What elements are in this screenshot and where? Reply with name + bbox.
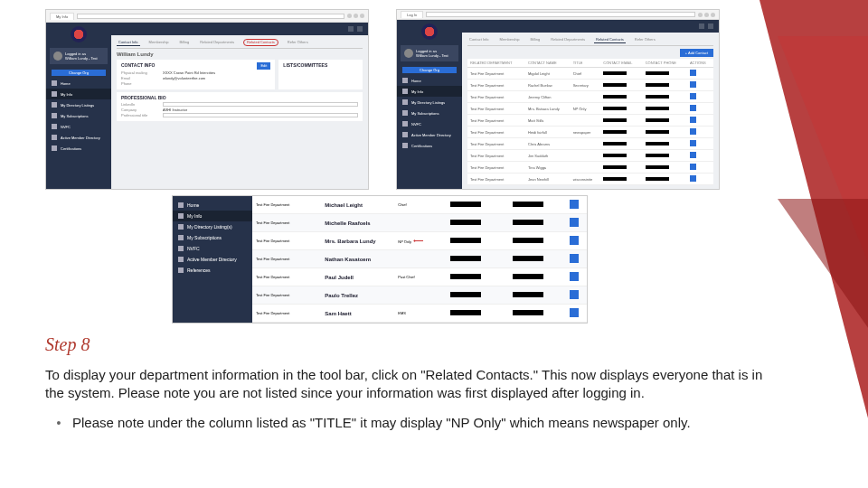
sidebar-item-directory[interactable]: My Directory Listings: [46, 99, 111, 110]
table-row: Test Fire DepartmentMichael LeightChief: [252, 196, 587, 214]
redacted-email: [603, 95, 627, 99]
checkbox-icon[interactable]: [570, 272, 579, 281]
checkbox-icon[interactable]: [690, 128, 696, 135]
browser-tab: My Info: [50, 13, 74, 20]
table-row: Test Fire DepartmentJim Sudduth: [467, 150, 713, 162]
checkbox-icon[interactable]: [570, 218, 579, 227]
avatar: [53, 52, 62, 61]
table-row: Test Fire DepartmentMrs. Batsara LundyNP…: [467, 103, 713, 115]
redacted-phone: [513, 292, 543, 297]
checkbox-icon[interactable]: [690, 81, 696, 88]
redacted-email: [603, 107, 627, 110]
redacted-email: [603, 154, 627, 157]
sidebar-item-subscriptions[interactable]: My Subscriptions: [46, 110, 111, 121]
redacted-phone: [646, 142, 669, 145]
table-row: Test Fire DepartmentChris Abrams: [467, 138, 713, 150]
sidebar-item-subscriptions[interactable]: My Subscriptions: [173, 232, 252, 243]
checkbox-icon[interactable]: [570, 290, 579, 299]
card-contact-info-title: CONTACT INFO: [121, 62, 155, 68]
sidebar-item-directory[interactable]: My Directory Listing(s): [173, 221, 252, 232]
redacted-email: [450, 202, 481, 207]
sidebar-item-subscriptions[interactable]: My Subscriptions: [397, 108, 462, 118]
contacts-table-zoom: Test Fire DepartmentMichael LeightChiefT…: [252, 196, 587, 323]
gear-icon[interactable]: [708, 23, 713, 29]
checkbox-icon[interactable]: [690, 117, 696, 123]
redacted-phone: [513, 256, 543, 261]
tab-related-contacts[interactable]: Related Contacts: [243, 39, 278, 46]
sidebar-item-certifications[interactable]: Certifications: [397, 140, 462, 151]
checkbox-icon[interactable]: [690, 93, 696, 99]
search-icon[interactable]: [348, 26, 354, 32]
bullet-item: • Please note under the column listed as…: [45, 414, 769, 432]
redacted-phone: [646, 118, 669, 122]
sidebar-item-active-members[interactable]: Active Member Directory: [397, 129, 462, 140]
edit-button[interactable]: Edit: [257, 62, 270, 70]
sidebar-item-directory[interactable]: My Directory Listings: [397, 97, 462, 108]
checkbox-icon[interactable]: [690, 140, 696, 146]
tab-membership[interactable]: Membership: [147, 39, 171, 46]
checkbox-icon[interactable]: [690, 105, 696, 111]
screenshot-contact-info: My Info Logged in as William Lundy - Tes…: [45, 9, 369, 190]
checkbox-icon[interactable]: [690, 175, 696, 182]
screenshot-related-contacts: Log In Logged in asWilliam Lundy - Test …: [396, 9, 720, 190]
redacted-phone: [646, 165, 669, 169]
checkbox-icon[interactable]: [570, 308, 579, 317]
change-org-button[interactable]: Change Org: [402, 67, 457, 73]
sidebar-item-nvfc[interactable]: NVFC: [397, 118, 462, 129]
table-row: Test Fire DepartmentPaul JudellPast Chie…: [252, 268, 587, 286]
checkbox-icon[interactable]: [690, 70, 696, 76]
sidebar-item-nvfc[interactable]: NVFC: [46, 121, 111, 132]
sidebar-item-references[interactable]: References: [173, 265, 252, 276]
checkbox-icon[interactable]: [690, 164, 696, 170]
redacted-email: [603, 118, 627, 122]
checkbox-icon[interactable]: [570, 254, 579, 263]
table-row: Test Fire DepartmentMichelle Raafoels: [252, 214, 587, 232]
table-row: Test Fire DepartmentPaulo Trellez: [252, 286, 587, 305]
sidebar-item-active-members[interactable]: Active Member Directory: [173, 254, 252, 265]
redacted-phone: [646, 177, 669, 181]
app-logo: [421, 23, 438, 40]
redacted-phone: [513, 310, 543, 315]
redacted-phone: [646, 95, 669, 99]
checkbox-icon[interactable]: [690, 152, 696, 158]
checkbox-icon[interactable]: [570, 200, 579, 209]
table-row: Test Fire DepartmentMigdol LeightChief: [467, 68, 713, 80]
card-lists-title: LISTS/COMMITTEES: [283, 62, 358, 68]
redacted-phone: [513, 238, 543, 243]
table-row: Test Fire DepartmentJean Newhillwisconsi…: [467, 174, 713, 185]
table-row: Test Fire DepartmentTina Wigga: [467, 162, 713, 174]
checkbox-icon[interactable]: [570, 236, 579, 245]
tabs-bar: Contact Info Membership Billing Related …: [117, 39, 363, 49]
table-row: Test Fire DepartmentNathan Kasatoem: [252, 250, 587, 268]
tab-refer-others[interactable]: Refer Others: [286, 39, 310, 46]
redacted-email: [603, 130, 627, 134]
redacted-phone: [513, 274, 543, 279]
card-bio-title: PROFESSIONAL BIO: [121, 95, 358, 100]
redacted-email: [450, 256, 481, 261]
sidebar-item-my-info[interactable]: My Info: [46, 89, 111, 99]
add-contact-button[interactable]: + Add Contact: [680, 49, 713, 57]
redacted-email: [450, 310, 481, 315]
table-row: Test Fire DepartmentMatt Stills: [467, 115, 713, 127]
sidebar-item-my-info[interactable]: My Info: [397, 86, 462, 97]
tab-related-contacts[interactable]: Related Contacts: [594, 36, 626, 43]
tab-contact-info[interactable]: Contact Info: [117, 39, 140, 46]
sidebar-item-active-members[interactable]: Active Member Directory: [46, 132, 111, 143]
sidebar-item-certifications[interactable]: Certifications: [46, 143, 111, 154]
gear-icon[interactable]: [357, 26, 363, 32]
table-row: Test Fire DepartmentSam HaettEMS: [252, 305, 587, 323]
bullet-text: Please note under the column listed as "…: [72, 414, 769, 432]
sidebar-item-home[interactable]: Home: [173, 200, 252, 211]
tab-billing[interactable]: Billing: [178, 39, 192, 46]
search-icon[interactable]: [699, 23, 704, 29]
change-org-button[interactable]: Change Org: [52, 70, 106, 76]
sidebar-item-my-info[interactable]: My Info: [173, 211, 252, 221]
sidebar-item-nvfc[interactable]: NVFC: [173, 243, 252, 254]
table-row: Test Fire DepartmentMrs. Barbara LundyNP…: [252, 232, 587, 250]
sidebar-item-home[interactable]: Home: [46, 78, 111, 89]
sidebar-item-home[interactable]: Home: [397, 75, 462, 86]
redacted-email: [450, 292, 481, 297]
tab-related-depts[interactable]: Related Departments: [198, 39, 236, 46]
bullet-icon: •: [45, 414, 72, 432]
redacted-phone: [646, 71, 669, 75]
